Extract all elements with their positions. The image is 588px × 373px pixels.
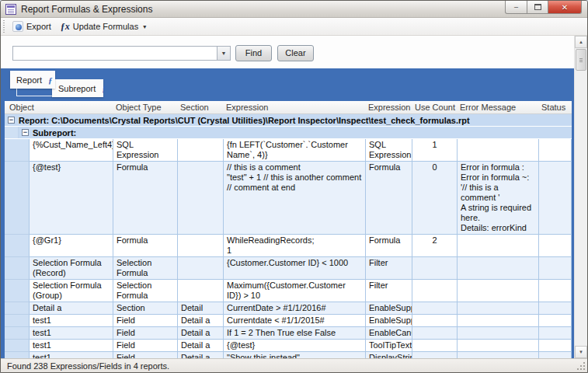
collapse-icon[interactable]: − xyxy=(22,129,29,136)
tab-report-label: Report xyxy=(16,75,42,85)
export-button[interactable]: Export xyxy=(8,19,56,33)
indent-strip xyxy=(5,315,30,327)
cell-error-message xyxy=(458,327,539,340)
cell-object-type: Selection Formula xyxy=(113,280,178,302)
cell-object: test1 xyxy=(30,340,113,352)
cell-section xyxy=(178,280,224,302)
cell-use-count xyxy=(412,315,458,327)
find-button[interactable]: Find xyxy=(235,45,272,61)
cell-use-count xyxy=(412,340,458,352)
toolbar: Export ƒx Update Formulas ▾ xyxy=(1,18,587,36)
export-icon xyxy=(12,21,23,32)
cell-section: Detail xyxy=(178,302,224,315)
cell-expression-type: ToolTipText xyxy=(366,340,412,352)
cell-object: test1 xyxy=(30,315,113,327)
scrollbar-thumb[interactable] xyxy=(576,49,586,71)
cell-expression: {fn LEFT(`Customer`.`Customer Name`, 4)} xyxy=(224,139,366,162)
vertical-scrollbar[interactable]: ▲ ▼ xyxy=(574,36,587,358)
toolbar-grip[interactable] xyxy=(3,20,5,33)
minimize-button[interactable]: – xyxy=(505,1,527,14)
column-header-status[interactable]: Status xyxy=(539,101,572,113)
indent-strip xyxy=(5,235,30,257)
column-header-expression[interactable]: Expression xyxy=(224,101,366,113)
search-input[interactable] xyxy=(13,47,217,60)
group-row[interactable]: −Subreport: xyxy=(5,127,572,139)
cell-section: Detail a xyxy=(178,327,224,340)
column-header-use-count[interactable]: Use Count xyxy=(412,101,458,113)
cell-use-count: 2 xyxy=(412,235,458,257)
cell-use-count: 1 xyxy=(412,139,458,162)
cell-status xyxy=(539,139,572,162)
table-row[interactable]: test1FieldDetail aIf 1 = 2 Then True els… xyxy=(5,327,572,340)
export-label: Export xyxy=(26,22,51,31)
cell-error-message xyxy=(458,280,539,302)
table-row[interactable]: {@test}Formula// this is a comment "test… xyxy=(5,162,572,235)
cell-expression: {Customer.Customer ID} < 1000 xyxy=(224,257,366,280)
clear-button[interactable]: Clear xyxy=(277,45,314,61)
title-bar: Report Formulas & Expressions – ✕ xyxy=(1,1,587,18)
fx-icon: ƒ xyxy=(102,84,106,93)
cell-object-type: Formula xyxy=(113,235,178,257)
cell-expression-type: DisplayString xyxy=(366,352,412,358)
indent-strip xyxy=(5,302,30,315)
table-row[interactable]: test1FieldDetail a{@test}ToolTipText xyxy=(5,340,572,352)
cell-status xyxy=(539,302,572,315)
cell-error-message xyxy=(458,139,539,162)
cell-expression-type: EnableCanGrow xyxy=(366,327,412,340)
resize-grip[interactable] xyxy=(576,361,586,371)
update-formulas-button[interactable]: ƒx Update Formulas ▾ xyxy=(56,19,151,34)
column-header-error-message[interactable]: Error Message xyxy=(458,101,539,113)
cell-object: {%Cust_Name_Left4} xyxy=(30,139,113,162)
fx-icon: ƒx xyxy=(61,21,70,33)
column-header-section[interactable]: Section xyxy=(178,101,224,113)
collapse-icon[interactable]: − xyxy=(8,117,15,124)
tab-report[interactable]: Report ƒ xyxy=(10,71,55,89)
column-header-object[interactable]: Object xyxy=(5,101,113,113)
scroll-up-icon[interactable]: ▲ xyxy=(575,36,587,48)
maximize-button[interactable] xyxy=(527,1,548,14)
close-button[interactable]: ✕ xyxy=(548,1,582,14)
indent-strip xyxy=(5,127,19,138)
table-row[interactable]: {%Cust_Name_Left4}SQL Expression{fn LEFT… xyxy=(5,139,572,162)
main-panel: ▼ Find Clear Report ƒ Subreport ƒ xyxy=(1,36,587,358)
cell-object-type: Field xyxy=(113,352,178,358)
search-area: ▼ Find Clear xyxy=(1,36,574,68)
table-row[interactable]: test1FieldDetail a"Show this instead"Dis… xyxy=(5,352,572,358)
table-row[interactable]: test1FieldDetail aCurrentdate < #1/1/201… xyxy=(5,315,572,327)
indent-strip xyxy=(5,257,30,280)
grid: ObjectObject TypeSectionExpressionExpres… xyxy=(5,101,572,358)
column-header-expression-type[interactable]: Expression Type xyxy=(366,101,412,113)
combo-dropdown-button[interactable]: ▼ xyxy=(217,47,230,60)
cell-object-type: Selection Formula xyxy=(113,257,178,280)
cell-object-type: Section xyxy=(113,302,178,315)
cell-use-count xyxy=(412,302,458,315)
window-title: Report Formulas & Expressions xyxy=(21,4,152,15)
group-label: Report: C:\Documents\Crystal Reports\CUT… xyxy=(19,116,470,125)
table-row[interactable]: {@Gr1}FormulaWhileReadingRecords; 1Formu… xyxy=(5,235,572,257)
column-header-object-type[interactable]: Object Type xyxy=(113,101,178,113)
scrollbar-track[interactable] xyxy=(575,71,587,346)
cell-use-count xyxy=(412,280,458,302)
cell-expression: "Show this instead" xyxy=(224,352,366,358)
indent-strip xyxy=(5,280,30,302)
cell-section xyxy=(178,235,224,257)
cell-error-message xyxy=(458,340,539,352)
cell-section: Detail a xyxy=(178,352,224,358)
cell-error-message xyxy=(458,352,539,358)
table-row[interactable]: Detail aSectionDetailCurrentDate > #1/1/… xyxy=(5,302,572,315)
cell-section xyxy=(178,162,224,235)
cell-error-message xyxy=(458,235,539,257)
group-row[interactable]: −Report: C:\Documents\Crystal Reports\CU… xyxy=(5,114,572,127)
table-row[interactable]: Selection Formula (Record)Selection Form… xyxy=(5,257,572,280)
tab-strip: Report ƒ Subreport ƒ xyxy=(1,68,574,101)
cell-object-type: SQL Expression xyxy=(113,139,178,162)
tab-subreport[interactable]: Subreport ƒ xyxy=(52,79,103,97)
group-label: Subreport: xyxy=(33,128,76,138)
cell-use-count xyxy=(412,257,458,280)
table-row[interactable]: Selection Formula (Group)Selection Formu… xyxy=(5,280,572,302)
cell-expression-type: EnableSuppress xyxy=(366,302,412,315)
app-icon xyxy=(5,4,16,15)
tab-subreport-label: Subreport xyxy=(58,84,96,93)
tab-connector xyxy=(16,89,52,96)
scroll-down-icon[interactable]: ▼ xyxy=(575,346,587,358)
